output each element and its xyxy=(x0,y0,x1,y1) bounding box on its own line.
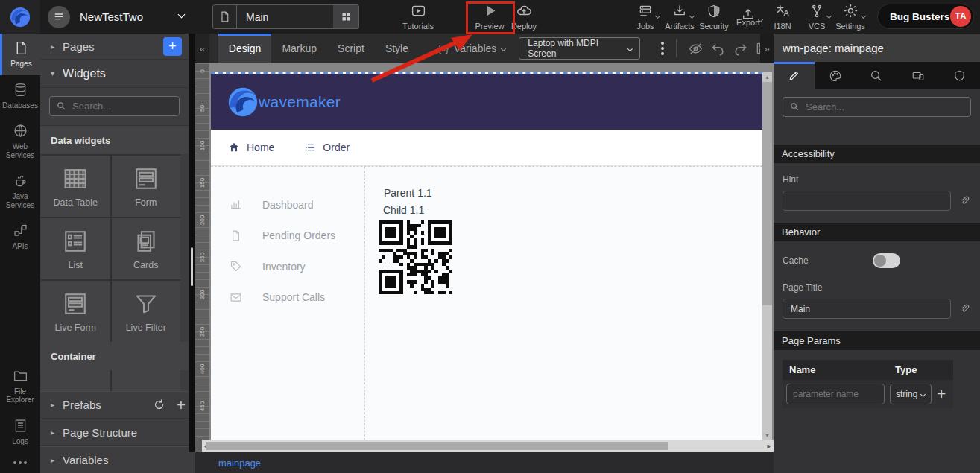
child-label[interactable]: Child 1.1 xyxy=(383,204,424,216)
page-selector[interactable]: Main xyxy=(212,4,359,29)
artifacts-menu[interactable]: Artifacts xyxy=(661,1,698,33)
tab-devices[interactable] xyxy=(897,62,938,89)
sidebar-item-apis[interactable]: APIs xyxy=(0,216,40,258)
page-header-widget[interactable]: wavemaker xyxy=(211,74,762,130)
variables-chevron-icon xyxy=(501,45,506,51)
search-icon xyxy=(56,101,66,111)
variables-dropdown[interactable]: {x} Variables xyxy=(438,34,505,63)
pages-accordion[interactable]: ▸ Pages + xyxy=(40,34,189,60)
sidebar-item-web-services[interactable]: Web Services xyxy=(0,116,40,166)
properties-tabs xyxy=(774,62,980,89)
sidebar-item-java-services[interactable]: Java Services xyxy=(0,166,40,216)
menu-item-inventory[interactable]: Inventory xyxy=(211,251,364,282)
cache-toggle[interactable] xyxy=(873,253,900,268)
vertical-scrollbar-thumb[interactable] xyxy=(762,82,772,305)
tag-icon xyxy=(230,260,242,273)
page-tab-mainpage[interactable]: mainpage xyxy=(218,457,261,469)
redo-button[interactable] xyxy=(729,34,751,63)
widgets-accordion[interactable]: ▾ Widgets xyxy=(40,60,189,88)
widget-live-filter[interactable]: Live Filter xyxy=(112,281,181,342)
sidebar-item-pages[interactable]: Pages xyxy=(0,34,40,75)
vcs-menu[interactable]: VCS xyxy=(802,1,832,33)
caret-right-icon: ▸ xyxy=(51,42,54,51)
more-options-icon[interactable] xyxy=(0,452,40,473)
refresh-icon[interactable] xyxy=(153,399,165,411)
widget-data-table[interactable]: Data Table xyxy=(41,156,110,217)
sidebar-item-logs[interactable]: Logs xyxy=(0,411,40,453)
project-switcher[interactable]: NewTestTwo xyxy=(48,0,143,34)
add-prefab-button[interactable]: + xyxy=(177,397,186,413)
param-name-input[interactable] xyxy=(786,384,885,404)
jobs-menu[interactable]: Jobs xyxy=(629,1,662,33)
team-name: Bug Busters xyxy=(890,11,949,22)
scroll-down-arrow[interactable]: ▾ xyxy=(762,432,772,439)
scroll-right-arrow[interactable]: ▸ xyxy=(767,440,771,452)
widget-container-a[interactable] xyxy=(41,370,110,391)
parent-label[interactable]: Parent 1.1 xyxy=(384,187,432,199)
widget-list[interactable]: List xyxy=(41,218,110,279)
menu-item-support-calls[interactable]: Support Calls xyxy=(211,282,364,314)
expand-toolbar-button[interactable]: » xyxy=(760,34,774,63)
qr-code-widget[interactable] xyxy=(379,220,452,294)
export-menu[interactable]: Export xyxy=(731,1,765,33)
variables-accordion[interactable]: ▸ Variables xyxy=(40,446,195,473)
properties-search-input[interactable] xyxy=(783,97,971,117)
bind-property-icon[interactable] xyxy=(960,303,971,314)
page-structure-accordion[interactable]: ▸ Page Structure xyxy=(40,419,195,446)
accessibility-section-header[interactable]: Accessibility xyxy=(774,145,980,163)
security-button[interactable]: Security xyxy=(697,1,731,33)
param-type-select[interactable]: string xyxy=(890,384,932,404)
bind-property-icon[interactable] xyxy=(960,195,971,206)
tab-security[interactable] xyxy=(939,62,980,89)
canvas-horizontal-scrollbar[interactable]: ◂ ▸ xyxy=(195,440,774,452)
tab-style[interactable]: Style xyxy=(375,34,419,63)
page-params-section-header[interactable]: Page Params xyxy=(774,331,980,350)
undo-button[interactable] xyxy=(706,34,729,63)
variables-icon: {x} xyxy=(438,43,449,54)
design-canvas-page[interactable]: wavemaker Home Order Dashboard xyxy=(211,72,762,440)
team-button[interactable]: Bug Busters TA xyxy=(877,4,974,29)
prefabs-accordion[interactable]: ▸ Prefabs + xyxy=(40,391,195,419)
avatar[interactable]: TA xyxy=(950,6,971,27)
widget-live-form[interactable]: Live Form xyxy=(41,281,110,342)
dashboard-grid-icon[interactable] xyxy=(333,5,358,28)
sidebar-item-databases[interactable]: Databases xyxy=(0,75,40,117)
widget-search-input[interactable] xyxy=(49,96,180,116)
tutorials-button[interactable]: Tutorials xyxy=(397,1,439,33)
widget-form[interactable]: Form xyxy=(112,156,181,217)
settings-menu[interactable]: Settings xyxy=(832,1,868,33)
widget-container-b[interactable] xyxy=(112,370,181,391)
collapse-panel-button[interactable]: « xyxy=(195,34,209,63)
scroll-up-arrow[interactable]: ▴ xyxy=(762,74,772,80)
widget-cards[interactable]: Cards xyxy=(112,218,181,279)
tab-design[interactable]: Design xyxy=(218,34,272,63)
canvas-vertical-scrollbar[interactable]: ▴ ▾ xyxy=(762,72,772,440)
preview-icon xyxy=(482,4,498,19)
behavior-section-header[interactable]: Behavior xyxy=(774,223,980,241)
add-page-button[interactable]: + xyxy=(163,37,182,56)
menu-item-dashboard[interactable]: Dashboard xyxy=(211,189,364,220)
caret-right-icon: ▸ xyxy=(51,456,54,464)
menu-item-pending-orders[interactable]: Pending Orders xyxy=(211,220,364,252)
tab-properties[interactable] xyxy=(774,62,815,89)
hint-input[interactable] xyxy=(783,191,951,211)
tab-styles[interactable] xyxy=(815,62,856,89)
sidebar-item-file-explorer[interactable]: File Explorer xyxy=(0,361,40,411)
wavemaker-logo[interactable] xyxy=(0,0,40,34)
add-param-button[interactable]: + xyxy=(937,385,946,403)
tab-script[interactable]: Script xyxy=(327,34,375,63)
project-chevron-down-icon[interactable] xyxy=(178,11,186,19)
nav-item-order[interactable]: Order xyxy=(304,142,350,153)
nav-item-home[interactable]: Home xyxy=(228,142,274,153)
toggle-visibility-icon[interactable] xyxy=(684,34,706,63)
deploy-button[interactable]: Deploy xyxy=(505,1,543,33)
jobs-icon xyxy=(638,4,653,19)
device-selector[interactable]: Laptop with MDPI Screen xyxy=(519,37,640,60)
horizontal-scrollbar-thumb[interactable] xyxy=(206,442,668,450)
panel-scrollbar-thumb[interactable] xyxy=(191,247,193,286)
tab-markup[interactable]: Markup xyxy=(271,34,327,63)
tab-events[interactable] xyxy=(856,62,897,89)
i18n-button[interactable]: A I18N xyxy=(767,1,798,33)
canvas-more-menu-icon[interactable] xyxy=(657,34,668,63)
page-title-input[interactable] xyxy=(783,299,951,319)
